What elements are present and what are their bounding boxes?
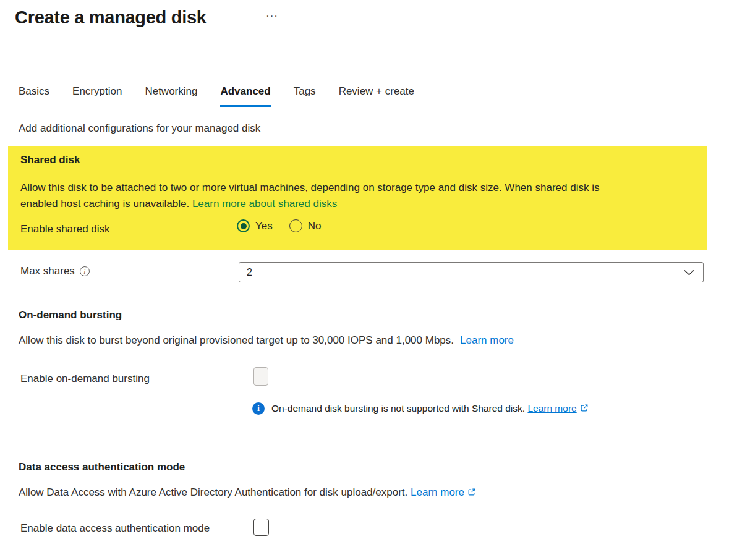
shared-disk-heading: Shared disk [20,154,80,166]
external-link-icon [467,487,476,499]
info-icon: i [252,402,265,415]
max-shares-label: Max sharesi [20,265,90,278]
on-demand-bursting-description: Allow this disk to burst beyond original… [19,334,514,347]
max-shares-dropdown[interactable]: 2 [239,262,704,282]
chevron-down-icon [684,269,694,276]
tab-basics[interactable]: Basics [19,85,49,107]
shared-disk-yes-label[interactable]: Yes [255,220,273,232]
enable-data-access-label: Enable data access authentication mode [20,522,210,535]
enable-bursting-checkbox [253,367,268,386]
max-shares-value: 2 [239,267,684,278]
enable-shared-disk-radio-group: Yes No [237,219,321,232]
shared-disk-description: Allow this disk to be attached to two or… [20,180,697,212]
enable-shared-disk-label: Enable shared disk [20,223,110,235]
shared-disk-no-label[interactable]: No [308,220,322,232]
data-access-learn-more-link[interactable]: Learn more [411,486,464,498]
on-demand-bursting-description-text: Allow this disk to burst beyond original… [19,334,454,346]
tab-advanced[interactable]: Advanced [220,85,270,107]
tab-networking[interactable]: Networking [145,85,197,107]
tab-review-create[interactable]: Review + create [339,85,414,107]
tab-encryption[interactable]: Encryption [72,85,122,107]
bursting-info-learn-more-link[interactable]: Learn more [527,403,576,414]
on-demand-bursting-heading: On-demand bursting [19,309,122,321]
data-access-heading: Data access authentication mode [19,461,185,473]
more-options-icon[interactable]: ··· [266,10,278,22]
shared-disk-yes-radio[interactable] [237,219,250,232]
radio-selected-dot-icon [241,223,247,229]
tab-bar: Basics Encryption Networking Advanced Ta… [19,85,414,107]
create-managed-disk-page: Create a managed disk ··· Basics Encrypt… [0,0,737,560]
max-shares-info-icon[interactable]: i [80,266,90,276]
bursting-info-message: i On-demand disk bursting is not support… [252,402,589,415]
shared-disk-description-line1: Allow this disk to be attached to two or… [20,182,599,193]
bursting-info-text: On-demand disk bursting is not supported… [271,403,589,415]
page-title: Create a managed disk [15,7,207,28]
shared-disk-learn-more-link[interactable]: Learn more about shared disks [192,198,337,210]
tab-description: Add additional configurations for your m… [19,122,260,135]
data-access-description: Allow Data Access with Azure Active Dire… [19,486,476,499]
enable-bursting-label: Enable on-demand bursting [20,373,150,385]
shared-disk-description-line2: enabled host caching is unavailable. [20,198,192,210]
max-shares-label-text: Max shares [20,265,75,277]
data-access-description-text: Allow Data Access with Azure Active Dire… [19,486,411,498]
bursting-learn-more-link[interactable]: Learn more [460,334,514,346]
bursting-info-text-body: On-demand disk bursting is not supported… [271,403,527,414]
shared-disk-highlight-section: Shared disk Allow this disk to be attach… [8,146,707,250]
external-link-icon [580,404,589,415]
shared-disk-no-radio[interactable] [289,219,302,232]
enable-data-access-checkbox[interactable] [253,519,269,536]
tab-tags[interactable]: Tags [294,85,316,107]
